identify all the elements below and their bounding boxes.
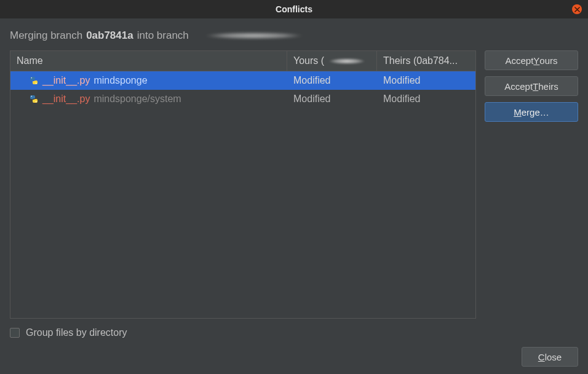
file-name: __init__.py: [42, 94, 90, 105]
col-header-theirs[interactable]: Theirs (0ab784...: [377, 51, 475, 71]
svg-point-4: [36, 83, 37, 84]
conflicts-table: Name Yours ( Theirs (0ab784... __init__.…: [10, 50, 476, 319]
merge-prefix: Merging branch: [10, 30, 82, 42]
cell-yours: Modified: [287, 94, 377, 105]
group-by-directory-row[interactable]: Group files by directory: [10, 327, 578, 338]
file-name: __init__.py: [42, 75, 90, 86]
cell-theirs: Modified: [377, 94, 475, 105]
cell-theirs: Modified: [377, 75, 475, 86]
dialog-content: Merging branch 0ab7841a into branch Name…: [0, 18, 588, 374]
col-header-yours[interactable]: Yours (: [287, 51, 377, 71]
close-icon[interactable]: [572, 4, 582, 14]
cell-name: __init__.pymindsponge/system: [10, 94, 287, 105]
close-button[interactable]: Close: [522, 347, 578, 367]
svg-point-3: [31, 78, 33, 79]
merge-description: Merging branch 0ab7841a into branch: [10, 30, 578, 42]
file-path: mindsponge/system: [93, 94, 181, 105]
merge-branch-from: 0ab7841a: [86, 30, 133, 42]
merge-branch-into-redacted: [193, 31, 316, 41]
python-file-icon: [29, 94, 39, 104]
main-row: Name Yours ( Theirs (0ab784... __init__.…: [10, 50, 578, 319]
group-by-directory-checkbox[interactable]: [10, 328, 20, 338]
accept-theirs-button[interactable]: Accept Theirs: [485, 76, 578, 96]
titlebar: Conflicts: [0, 0, 588, 18]
window-title: Conflicts: [276, 4, 312, 14]
svg-point-8: [31, 96, 33, 97]
merge-button[interactable]: Merge…: [485, 102, 578, 122]
cell-yours: Modified: [287, 75, 377, 86]
table-header: Name Yours ( Theirs (0ab784...: [10, 51, 475, 71]
dialog-footer: Close: [10, 347, 578, 367]
group-by-directory-label: Group files by directory: [26, 327, 127, 338]
file-path: mindsponge: [93, 75, 147, 86]
merge-mid: into branch: [137, 30, 189, 42]
table-row[interactable]: __init__.pymindsponge/systemModifiedModi…: [10, 90, 475, 108]
table-body: __init__.pymindspongeModifiedModified__i…: [10, 71, 475, 318]
python-file-icon: [29, 76, 39, 86]
side-buttons: Accept Yours Accept Theirs Merge…: [485, 50, 578, 319]
col-header-name[interactable]: Name: [10, 51, 287, 71]
accept-yours-button[interactable]: Accept Yours: [485, 50, 578, 70]
table-row[interactable]: __init__.pymindspongeModifiedModified: [10, 71, 475, 90]
yours-branch-redacted: [324, 57, 370, 65]
svg-point-9: [36, 101, 37, 103]
cell-name: __init__.pymindsponge: [10, 75, 287, 86]
